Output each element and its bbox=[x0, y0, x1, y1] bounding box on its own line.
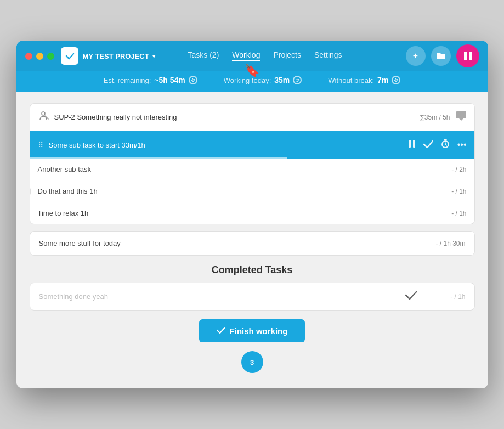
subtasks-group: − Another sub task - / 2h Do that and th… bbox=[30, 159, 474, 224]
subtask-row: Time to relax 1h - / 1h bbox=[30, 202, 474, 224]
completed-check-icon bbox=[405, 291, 417, 302]
subtask-row: Another sub task - / 2h bbox=[30, 159, 474, 180]
active-subtask-name: Some sub task to start 33m/1h bbox=[49, 141, 408, 149]
completed-task-card: Something done yeah - / 1h bbox=[30, 283, 475, 311]
active-subtask-actions: ••• bbox=[408, 139, 467, 151]
task-card: SUP-2 Something really not interesting ∑… bbox=[30, 103, 475, 224]
close-button[interactable] bbox=[25, 53, 32, 60]
completed-task-time: - / 1h bbox=[450, 293, 465, 301]
task-type-icon bbox=[38, 110, 49, 124]
nav-tasks[interactable]: Tasks (2) bbox=[188, 50, 219, 61]
more-subtask-icon[interactable]: ••• bbox=[457, 140, 467, 150]
clock-icon-1: ⏱ bbox=[189, 76, 197, 84]
main-content: SUP-2 Something really not interesting ∑… bbox=[16, 92, 488, 388]
nav-links: Tasks (2) Worklog Projects Settings bbox=[124, 50, 406, 61]
complete-subtask-icon[interactable] bbox=[423, 139, 433, 151]
finish-working-button[interactable]: Finish working bbox=[199, 319, 305, 342]
maximize-button[interactable] bbox=[47, 53, 54, 60]
completed-section-title: Completed Tasks bbox=[30, 264, 475, 276]
drag-handle-icon[interactable]: ⠿ bbox=[38, 140, 43, 149]
svg-point-2 bbox=[42, 112, 45, 115]
finish-icon bbox=[217, 326, 225, 336]
single-task-time: - / 1h 30m bbox=[435, 240, 465, 247]
sub-bar: 🔖 Est. remaining: ~5h 54m ⏱ Working toda… bbox=[16, 71, 488, 92]
folder-button[interactable] bbox=[431, 46, 451, 66]
chat-icon[interactable] bbox=[456, 111, 467, 123]
app-window: MY TEST PROJECT ▾ Tasks (2) Worklog Proj… bbox=[16, 41, 488, 388]
clock-icon-2: ⏱ bbox=[293, 76, 302, 84]
task-title: SUP-2 Something really not interesting bbox=[54, 113, 415, 121]
nav-settings[interactable]: Settings bbox=[314, 50, 342, 61]
subtask-row: Do that and this 1h - / 1h bbox=[30, 180, 474, 202]
pause-subtask-icon[interactable] bbox=[408, 139, 416, 150]
active-subtask-row: ⠿ Some sub task to start 33m/1h bbox=[30, 131, 474, 159]
timer-subtask-icon[interactable] bbox=[441, 139, 450, 150]
task-header: SUP-2 Something really not interesting ∑… bbox=[30, 104, 474, 131]
stat-working-today: Working today: 35m ⏱ bbox=[224, 76, 302, 84]
app-logo bbox=[61, 47, 78, 65]
bottom-badge[interactable]: 3 bbox=[241, 351, 263, 373]
completed-task-name: Something done yeah bbox=[39, 292, 406, 301]
traffic-lights bbox=[25, 53, 54, 60]
svg-rect-5 bbox=[413, 140, 415, 148]
nav-actions: + bbox=[406, 44, 479, 67]
nav-worklog[interactable]: Worklog bbox=[232, 50, 260, 61]
svg-rect-1 bbox=[469, 52, 472, 60]
bottom-badge-wrapper: 3 bbox=[30, 351, 475, 373]
single-task-name: Some more stuff for today bbox=[39, 239, 436, 247]
svg-rect-4 bbox=[409, 140, 411, 148]
single-task-card: Some more stuff for today - / 1h 30m bbox=[30, 231, 475, 256]
finish-button-wrapper: Finish working bbox=[30, 319, 475, 342]
task-meta: ∑35m / 5h bbox=[420, 114, 450, 121]
add-button[interactable]: + bbox=[406, 46, 426, 66]
pause-button[interactable] bbox=[456, 44, 479, 67]
svg-rect-0 bbox=[464, 52, 467, 60]
finish-btn-label: Finish working bbox=[230, 326, 288, 336]
stat-est-remaining: Est. remaining: ~5h 54m ⏱ bbox=[104, 76, 197, 84]
clock-icon-3: ⏱ bbox=[392, 76, 400, 84]
minimize-button[interactable] bbox=[36, 53, 43, 60]
nav-projects[interactable]: Projects bbox=[273, 50, 301, 61]
stat-without-break: Without break: 7m ⏱ bbox=[328, 76, 400, 84]
